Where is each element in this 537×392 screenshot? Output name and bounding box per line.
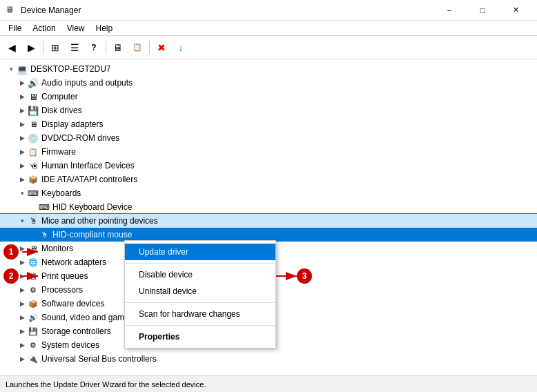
display-label: Display adapters [41,119,103,129]
expand-root[interactable]: ▾ [6,63,17,75]
tree-audio[interactable]: ▶ 🔊 Audio inputs and outputs [0,76,537,90]
expand-sound[interactable]: ▶ [17,312,28,323]
tree-keyboards[interactable]: ▾ ⌨ Keyboards [0,186,537,200]
print-label: Print queues [41,271,88,281]
ide-label: IDE ATA/ATAPI controllers [41,175,137,184]
processors-icon: ⚙ [28,284,39,295]
computer-label: Computer [41,92,78,101]
hid-keyboard-label: HID Keyboard Device [52,202,132,212]
display-icon: 🖥 [28,119,39,130]
expand-dvd[interactable]: ▶ [17,133,28,144]
network-label: Network adapters [41,257,106,267]
expand-hid[interactable]: ▶ [17,160,28,171]
toolbar-sep-2 [106,41,106,55]
ctx-disable-device[interactable]: Disable device [125,266,275,283]
hid-mouse-label: HID-compliant mouse [52,230,132,239]
tree-firmware[interactable]: ▶ 📋 Firmware [0,145,537,159]
expand-system[interactable]: ▶ [17,340,28,351]
system-icon: ⚙ [28,340,39,351]
root-label: DESKTOP-EGT2DU7 [30,64,110,74]
toolbar-help[interactable]: ? [85,39,103,57]
menu-file[interactable]: File [3,22,27,35]
tree-display[interactable]: ▶ 🖥 Display adapters [0,117,537,131]
audio-label: Audio inputs and outputs [41,78,133,88]
toolbar-uninstall[interactable]: ✖ [153,39,170,57]
expand-firmware[interactable]: ▶ [17,146,28,157]
network-icon: 🌐 [28,257,39,268]
expand-audio[interactable]: ▶ [17,77,28,88]
expand-disk[interactable]: ▶ [17,105,28,116]
tree-computer[interactable]: ▶ 🖥 Computer [0,90,537,104]
expand-network[interactable]: ▶ [17,257,28,268]
ctx-sep-1 [125,263,275,264]
title-controls: − □ ✕ [433,0,531,21]
expand-computer[interactable]: ▶ [17,91,28,102]
tree-mice[interactable]: ▾ 🖱 Mice and other pointing devices [0,214,537,228]
expand-ide[interactable]: ▶ [17,174,28,185]
menu-help[interactable]: Help [90,22,119,35]
tree-dvd[interactable]: ▶ 💿 DVD/CD-ROM drives [0,131,537,145]
firmware-icon: 📋 [28,146,39,157]
minimize-button[interactable]: − [433,0,465,21]
toolbar-forward[interactable]: ▶ [22,39,40,57]
toolbar-back[interactable]: ◀ [3,39,21,57]
audio-icon: 🔊 [28,77,39,88]
toolbar-grid[interactable]: ⊞ [46,39,64,57]
toolbar-list[interactable]: ☰ [66,39,84,57]
monitors-icon: 🖥 [28,243,39,254]
ide-icon: 📦 [28,174,39,185]
title-bar: 🖥 Device Manager − □ ✕ [0,0,537,21]
tree-hid-mouse[interactable]: ▶ 🖱 HID-compliant mouse [0,228,537,242]
mice-label: Mice and other pointing devices [41,216,158,226]
hid-keyboard-icon: ⌨ [39,202,50,213]
ctx-scan-hardware[interactable]: Scan for hardware changes [125,306,275,322]
tree-disk[interactable]: ▶ 💾 Disk drives [0,104,537,117]
expand-processors[interactable]: ▶ [17,284,28,295]
disk-icon: 💾 [28,105,39,116]
expand-keyboards[interactable]: ▾ [17,188,28,199]
toolbar-update[interactable]: ↓ [172,39,190,57]
hid-label: Human Interface Devices [41,161,135,170]
print-icon: 🖨 [28,271,39,282]
system-label: System devices [41,340,99,350]
expand-usb[interactable]: ▶ [17,353,28,364]
status-text: Launches the Update Driver Wizard for th… [6,380,206,389]
expand-software[interactable]: ▶ [17,298,28,309]
menu-action[interactable]: Action [27,22,61,35]
toolbar-computer[interactable]: 🖥 [109,39,127,57]
menu-view[interactable]: View [61,22,90,35]
monitors-label: Monitors [41,244,73,253]
ctx-properties[interactable]: Properties [125,329,275,345]
usb-label: Universal Serial Bus controllers [41,354,157,364]
title-left: 🖥 Device Manager [6,5,81,16]
keyboards-label: Keyboards [41,188,81,198]
context-menu: Update driver Disable device Uninstall d… [124,240,276,349]
software-label: Software devices [41,299,104,308]
mice-icon: 🖱 [28,215,39,226]
close-button[interactable]: ✕ [500,0,531,21]
expand-mice[interactable]: ▾ [17,215,28,226]
toolbar: ◀ ▶ ⊞ ☰ ? 🖥 📋 ✖ ↓ [0,36,537,59]
expand-storage[interactable]: ▶ [17,326,28,337]
tree-usb[interactable]: ▶ 🔌 Universal Serial Bus controllers [0,352,537,366]
expand-display[interactable]: ▶ [17,119,28,130]
ctx-update-driver[interactable]: Update driver [125,244,275,260]
annotation-1: 1 [3,244,19,259]
dvd-icon: 💿 [28,133,39,144]
ctx-uninstall-device[interactable]: Uninstall device [125,283,275,300]
main-content: ▾ 💻 DESKTOP-EGT2DU7 ▶ 🔊 Audio inputs and… [0,59,537,375]
firmware-label: Firmware [41,147,76,157]
maximize-button[interactable]: □ [467,0,498,21]
sound-icon: 🔊 [28,312,39,323]
toolbar-props[interactable]: 📋 [128,39,146,57]
app-icon: 🖥 [6,5,17,16]
ctx-sep-3 [125,325,275,326]
tree-hid[interactable]: ▶ 🖲 Human Interface Devices [0,159,537,173]
tree-ide[interactable]: ▶ 📦 IDE ATA/ATAPI controllers [0,173,537,186]
disk-label: Disk drives [41,106,82,115]
annotation-2: 2 [3,268,19,284]
tree-root[interactable]: ▾ 💻 DESKTOP-EGT2DU7 [0,62,537,76]
toolbar-sep-3 [149,41,150,55]
menu-bar: File Action View Help [0,21,537,36]
tree-hid-keyboard[interactable]: ▶ ⌨ HID Keyboard Device [0,200,537,214]
